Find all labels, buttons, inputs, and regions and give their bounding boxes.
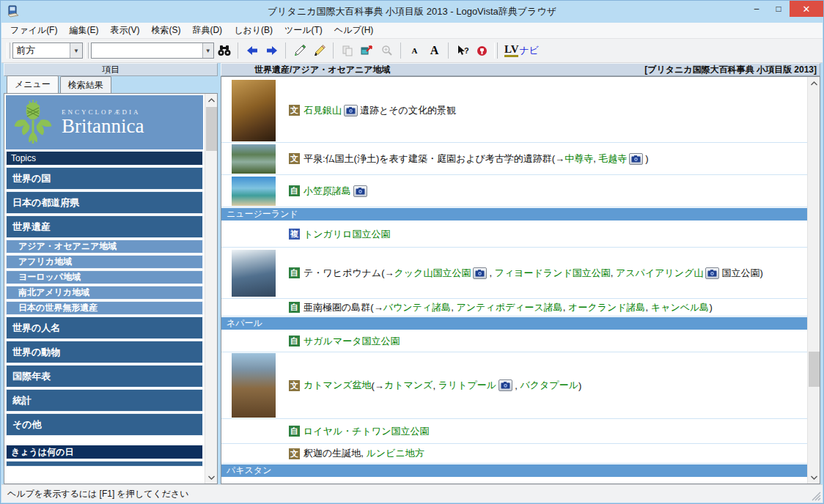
sidebar-item[interactable]: 世界遺産 (6, 215, 203, 238)
content-scrollbar[interactable] (807, 77, 820, 483)
entry-link[interactable]: サガルマータ国立公園 (304, 335, 400, 348)
scroll-up-button[interactable] (205, 94, 218, 106)
entry-link[interactable]: ルンビニ地方 (367, 447, 424, 460)
sidebar-item[interactable]: ヨーロッパ地域 (6, 270, 203, 284)
context-help-button[interactable]: ? (452, 41, 472, 60)
lv-navi-button[interactable]: LV ナビ (500, 41, 543, 60)
font-smaller-button[interactable]: A (405, 41, 424, 60)
camera-icon[interactable] (473, 267, 487, 279)
entry-link[interactable]: トンガリロ国立公園 (304, 228, 391, 241)
pencil-button[interactable] (309, 41, 329, 60)
iwami-ginzan-photo[interactable] (232, 80, 276, 141)
menu-item[interactable]: ファイル(F) (4, 22, 63, 39)
scroll-thumb[interactable] (206, 107, 217, 151)
scroll-thumb[interactable] (809, 352, 820, 387)
menu-item[interactable]: ヘルプ(H) (328, 22, 380, 39)
resize-grip-icon[interactable] (812, 492, 821, 501)
sidebar-item[interactable]: アジア・オセアニア地域 (6, 240, 203, 253)
sidebar-item[interactable]: きょうは何の日 (6, 445, 203, 459)
scroll-down-button[interactable] (205, 471, 218, 483)
search-mode-select[interactable]: 前方 ▼ (12, 42, 83, 59)
sidebar-item[interactable]: 日本の都道府県 (6, 191, 203, 214)
toolbar-grip[interactable] (7, 42, 10, 59)
input-assist-button[interactable] (472, 41, 492, 60)
entry-link[interactable]: アンティポディース諸島 (456, 301, 562, 314)
sidebar-item[interactable]: 世界の国 (6, 167, 203, 190)
search-combobox[interactable]: ▼ (91, 42, 214, 59)
entry-link[interactable]: クック山国立公園 (394, 267, 471, 280)
entry-row: 自小笠原諸島 (221, 175, 807, 207)
te-wahipounamu-photo[interactable] (232, 250, 276, 297)
tab-menu[interactable]: メニュー (7, 75, 59, 94)
zoom-button[interactable] (377, 41, 397, 60)
sidebar-item[interactable] (6, 461, 203, 467)
maximize-button[interactable]: □ (768, 1, 790, 17)
camera-glyph (356, 188, 365, 195)
entry-link[interactable]: バウンティ諸島 (383, 301, 452, 314)
toolbar-grip[interactable] (85, 42, 89, 59)
entry-link[interactable]: フィヨードランド国立公園 (495, 267, 611, 280)
copy-button[interactable] (337, 41, 357, 60)
search-input[interactable] (92, 45, 202, 56)
sidebar-item[interactable]: その他 (6, 413, 203, 436)
sidebar-scrollbar[interactable] (205, 94, 217, 483)
minimize-button[interactable]: – (746, 1, 768, 17)
sidebar-item[interactable]: アフリカ地域 (6, 255, 203, 269)
ogasawara-photo[interactable] (232, 177, 276, 206)
camera-icon[interactable] (629, 153, 643, 165)
capture-button[interactable] (357, 41, 377, 60)
highlight-marker-button[interactable] (290, 41, 309, 60)
magnifier-plus-icon (381, 45, 393, 56)
menu-item[interactable]: 辞典(D) (186, 22, 228, 39)
entry-link[interactable]: ロイヤル・チトワン国立公園 (304, 425, 429, 438)
entry-link[interactable]: カトマンズ (384, 379, 433, 392)
menu-item[interactable]: 編集(E) (63, 22, 104, 39)
entry-link[interactable]: アスパイアリング山 (616, 267, 703, 280)
entry-link[interactable]: カトマンズ盆地 (304, 379, 372, 392)
entry-link[interactable]: ラリトプール (438, 379, 497, 392)
tab-search-results[interactable]: 検索結果 (60, 76, 111, 93)
svg-text:?: ? (464, 46, 469, 55)
sidebar-item[interactable]: Topics (6, 151, 203, 166)
font-larger-button[interactable]: A (424, 41, 444, 60)
toolbar-grip[interactable] (494, 42, 498, 59)
menu-item[interactable]: 検索(S) (145, 22, 186, 39)
entry-link[interactable]: バクタプール (520, 379, 578, 392)
thumbnail-slot (232, 353, 276, 418)
sidebar-item[interactable]: 世界の動物 (6, 341, 203, 363)
scroll-down-button[interactable] (808, 471, 820, 483)
entry-row: 文石見銀山遺跡とその文化的景観 (221, 78, 807, 143)
entry-row: 自亜南極圏の島群(→バウンティ諸島, アンティポディース諸島, オークランド諸島… (221, 299, 807, 316)
camera-icon[interactable] (499, 379, 512, 391)
entry-type-badge: 自 (289, 185, 300, 196)
camera-icon[interactable] (344, 105, 358, 116)
sidebar-item[interactable]: 世界の人名 (6, 316, 203, 339)
sidebar-item[interactable]: 統計 (6, 389, 203, 412)
sidebar-tabs: メニュー 検索結果 (4, 76, 218, 93)
entry-link[interactable]: キャンベル島 (651, 301, 710, 314)
entry-link[interactable]: 石見銀山 (304, 104, 342, 117)
sidebar-item[interactable]: 日本の世界無形遺産 (6, 301, 203, 315)
chevron-down-icon[interactable]: ▼ (70, 43, 82, 58)
back-button[interactable] (242, 41, 262, 60)
entry-link[interactable]: 毛越寺 (598, 152, 627, 166)
camera-icon[interactable] (353, 185, 367, 197)
menu-item[interactable]: 表示(V) (104, 22, 145, 39)
forward-button[interactable] (262, 41, 282, 60)
scroll-up-button[interactable] (808, 77, 820, 89)
menu-item[interactable]: ツール(T) (279, 22, 328, 39)
entry-link[interactable]: 小笠原諸島 (304, 185, 351, 198)
hiraizumi-photo[interactable] (232, 144, 276, 174)
sidebar-item[interactable]: 南北アメリカ地域 (6, 286, 203, 300)
entry-row: 文平泉:仏国土(浄土)を表す建築・庭園および考古学的遺跡群(→中尊寺, 毛越寺) (221, 143, 807, 175)
entry-link[interactable]: オークランド諸島 (568, 301, 646, 314)
find-button[interactable] (214, 41, 234, 60)
britannica-banner[interactable]: ENCYCLOPÆDIA Britannica (6, 95, 203, 149)
entry-link[interactable]: 中尊寺 (564, 152, 593, 166)
sidebar-item[interactable]: 国際年表 (6, 365, 203, 388)
menu-item[interactable]: しおり(B) (228, 22, 279, 39)
chevron-down-icon[interactable]: ▼ (202, 43, 213, 58)
camera-icon[interactable] (705, 267, 719, 279)
kathmandu-photo[interactable] (232, 353, 276, 418)
close-button[interactable]: ✕ (790, 1, 823, 17)
